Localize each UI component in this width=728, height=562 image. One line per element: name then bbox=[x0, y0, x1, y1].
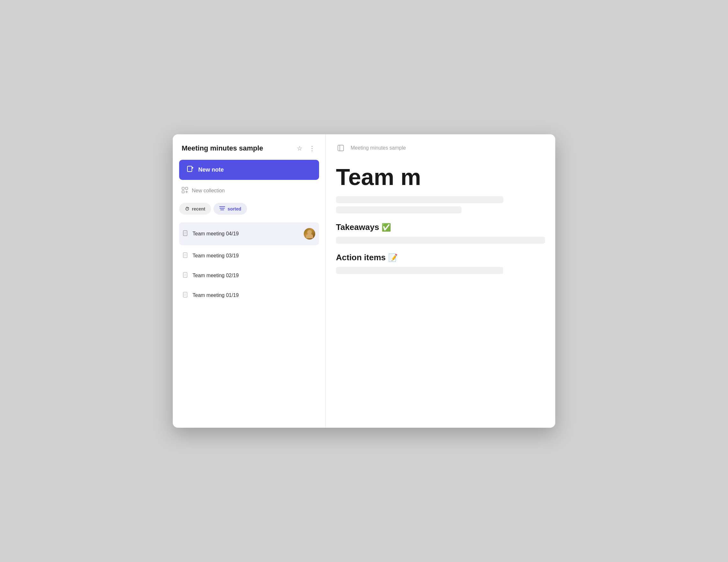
note-item-left-3: Team meeting 02/19 bbox=[183, 272, 239, 279]
action-items-label: Action items bbox=[336, 252, 386, 262]
right-header-title: Meeting minutes sample bbox=[351, 145, 406, 151]
note-avatar-1 bbox=[304, 228, 315, 239]
note-title-3: Team meeting 02/19 bbox=[193, 273, 239, 278]
filter-tabs: ⏱ recent sorted bbox=[179, 201, 319, 216]
left-panel: Meeting minutes sample ☆ ⋮ bbox=[173, 134, 326, 428]
takeaways-emoji: ✅ bbox=[382, 223, 391, 232]
note-file-icon-3 bbox=[183, 272, 188, 279]
star-icon: ☆ bbox=[297, 144, 302, 152]
app-window: Meeting minutes sample ☆ ⋮ bbox=[173, 134, 555, 428]
right-panel: Meeting minutes sample Team m Takeaways … bbox=[326, 134, 555, 428]
content-placeholder-1 bbox=[336, 196, 503, 203]
action-items-emoji: 📝 bbox=[388, 253, 398, 262]
filter-sorted[interactable]: sorted bbox=[214, 203, 247, 215]
sorted-icon bbox=[219, 206, 225, 211]
new-note-button[interactable]: New note bbox=[179, 160, 319, 180]
new-note-label: New note bbox=[198, 166, 224, 173]
svg-rect-27 bbox=[338, 145, 344, 151]
note-item-3[interactable]: Team meeting 02/19 bbox=[179, 266, 319, 285]
collection-icon bbox=[182, 187, 188, 194]
content-placeholder-4 bbox=[336, 267, 503, 274]
svg-rect-4 bbox=[186, 187, 188, 189]
recent-icon: ⏱ bbox=[185, 206, 189, 211]
doc-title: Team m bbox=[336, 165, 545, 188]
note-item-2[interactable]: Team meeting 03/19 bbox=[179, 246, 319, 265]
avatar-image-1 bbox=[304, 228, 315, 239]
note-title-1: Team meeting 04/19 bbox=[193, 231, 239, 237]
more-button[interactable]: ⋮ bbox=[308, 143, 317, 153]
svg-rect-0 bbox=[187, 166, 192, 171]
star-button[interactable]: ☆ bbox=[295, 143, 304, 153]
sorted-label: sorted bbox=[228, 206, 241, 211]
note-item-4[interactable]: Team meeting 01/19 bbox=[179, 286, 319, 305]
panel-title: Meeting minutes sample bbox=[182, 144, 263, 152]
new-note-icon bbox=[187, 165, 194, 174]
note-item-left-1: Team meeting 04/19 bbox=[183, 230, 239, 237]
note-file-icon-4 bbox=[183, 292, 188, 299]
panel-header: Meeting minutes sample ☆ ⋮ bbox=[173, 134, 325, 160]
svg-rect-5 bbox=[182, 191, 184, 193]
new-collection-label: New collection bbox=[192, 188, 225, 193]
content-placeholder-2 bbox=[336, 206, 462, 213]
takeaways-label: Takeaways bbox=[336, 222, 379, 232]
action-items-heading: Action items 📝 bbox=[336, 252, 545, 262]
panel-content: New note New collection bbox=[173, 160, 325, 305]
note-list: Team meeting 04/19 bbox=[179, 222, 319, 305]
note-file-icon-1 bbox=[183, 230, 188, 237]
takeaways-heading: Takeaways ✅ bbox=[336, 222, 545, 232]
expand-button[interactable] bbox=[336, 143, 346, 153]
header-icons: ☆ ⋮ bbox=[295, 143, 317, 153]
new-collection-button[interactable]: New collection bbox=[179, 182, 319, 199]
content-placeholder-3 bbox=[336, 237, 545, 244]
note-item-left-4: Team meeting 01/19 bbox=[183, 292, 239, 299]
note-title-4: Team meeting 01/19 bbox=[193, 293, 239, 298]
svg-rect-3 bbox=[182, 187, 184, 189]
note-title-2: Team meeting 03/19 bbox=[193, 253, 239, 259]
note-item-left-2: Team meeting 03/19 bbox=[183, 252, 239, 259]
recent-label: recent bbox=[192, 206, 205, 211]
right-content: Team m Takeaways ✅ Action items 📝 bbox=[326, 159, 555, 428]
note-file-icon-2 bbox=[183, 252, 188, 259]
more-icon: ⋮ bbox=[309, 144, 315, 152]
filter-recent[interactable]: ⏱ recent bbox=[179, 203, 211, 215]
note-item-1[interactable]: Team meeting 04/19 bbox=[179, 222, 319, 245]
right-header: Meeting minutes sample bbox=[326, 134, 555, 159]
